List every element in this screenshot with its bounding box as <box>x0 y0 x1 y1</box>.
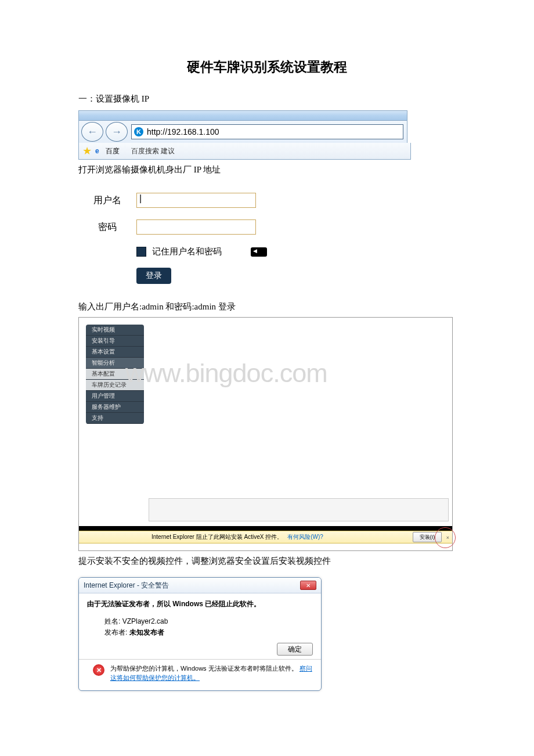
page-title: 硬件车牌识别系统设置教程 <box>78 58 456 76</box>
toggle-icon[interactable] <box>251 247 267 257</box>
browser-titlebar <box>78 110 407 121</box>
dialog-title: Internet Explorer - 安全警告 <box>84 581 169 591</box>
browser-navbar: ← → K http://192.168.1.100 <box>78 121 407 143</box>
dialog-titlebar: Internet Explorer - 安全警告 ✕ <box>79 578 321 593</box>
publisher-label: 发布者: <box>104 628 127 636</box>
menu-realtime[interactable]: 实时视频 <box>86 325 144 336</box>
login-button[interactable]: 登录 <box>136 268 171 284</box>
menu-basic-settings[interactable]: 基本设置 <box>86 347 144 358</box>
menu-server-maint[interactable]: 服务器维护 <box>86 402 144 413</box>
dialog-footer: ✕ 为帮助保护您的计算机，Windows 无法验证发布者时将阻止软件。 察问这将… <box>87 664 313 686</box>
activex-msg: Internet Explorer 阻止了此网站安装 ActiveX 控件。 <box>151 533 283 541</box>
video-area <box>149 498 449 521</box>
dialog-header: 由于无法验证发布者，所以 Windows 已经阻止此软件。 <box>87 599 313 609</box>
star-icon[interactable]: ★ <box>82 145 92 157</box>
username-input[interactable]: | <box>136 193 256 208</box>
password-input[interactable] <box>136 219 256 235</box>
section-heading-1: 一：设置摄像机 IP <box>78 93 456 105</box>
highlight-circle <box>435 527 456 548</box>
menu-user-mgmt[interactable]: 用户管理 <box>86 391 144 402</box>
username-label: 用户名 <box>78 195 136 207</box>
dialog-close-button[interactable]: ✕ <box>300 581 316 590</box>
password-label: 密码 <box>78 221 136 233</box>
shield-icon: ✕ <box>93 664 104 676</box>
activex-warning-bar: Internet Explorer 阻止了此网站安装 ActiveX 控件。 有… <box>79 531 452 543</box>
security-dialog: Internet Explorer - 安全警告 ✕ 由于无法验证发布者，所以 … <box>78 577 322 691</box>
search-suggest: 百度搜索 建议 <box>131 146 175 156</box>
menu-support[interactable]: 支持 <box>86 413 144 424</box>
favorites-bar: ★ e 百度 百度搜索 建议 <box>78 143 411 160</box>
fav-baidu[interactable]: 百度 <box>106 146 120 156</box>
body-text-2: 输入出厂用户名:admin 和密码:admin 登录 <box>78 301 456 312</box>
remember-label: 记住用户名和密码 <box>152 246 222 257</box>
footer-text: 为帮助保护您的计算机，Windows 无法验证发布者时将阻止软件。 <box>110 665 298 672</box>
dialog-info: 姓名: VZPlayer2.cab 发布者: 未知发布者 <box>87 616 313 638</box>
ie-icon: e <box>95 147 103 155</box>
activex-risk-link[interactable]: 有何风险(W)? <box>287 533 323 541</box>
name-value: VZPlayer2.cab <box>122 617 168 625</box>
address-bar[interactable]: K http://192.168.1.100 <box>131 124 403 139</box>
publisher-value: 未知发布者 <box>129 628 164 636</box>
login-form: 用户名 | 密码 记住用户名和密码 登录 <box>78 193 299 284</box>
body-text-1: 打开浏览器输摄像机机身出厂 IP 地址 <box>78 164 456 175</box>
dialog-divider <box>79 659 321 660</box>
name-label: 姓名: <box>104 617 120 625</box>
remember-checkbox[interactable] <box>136 247 146 257</box>
site-icon: K <box>134 127 143 136</box>
menu-install-guide[interactable]: 安装引导 <box>86 336 144 347</box>
dialog-ok-button[interactable]: 确定 <box>277 643 313 656</box>
watermark: www.bingdoc.com <box>125 358 327 388</box>
browser-screenshot: ← → K http://192.168.1.100 ★ e 百度 百度搜索 建… <box>78 110 456 160</box>
body-text-3: 提示安装不安全的视频控件，调整浏览器安全设置后安装视频控件 <box>78 556 456 567</box>
url-text: http://192.168.1.100 <box>147 127 219 136</box>
back-button[interactable]: ← <box>81 122 103 142</box>
forward-button[interactable]: → <box>106 122 128 142</box>
camera-admin-screenshot: 实时视频 安装引导 基本设置 智能分析 基本配置 车牌历史记录 用户管理 服务器… <box>78 317 453 551</box>
